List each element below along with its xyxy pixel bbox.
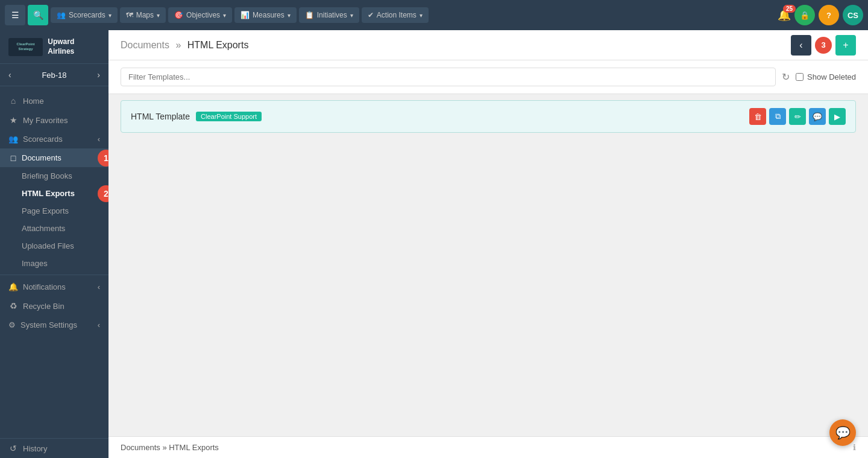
- template-tag: ClearPoint Support: [196, 112, 262, 121]
- chat-bubble-button[interactable]: 💬: [829, 419, 856, 446]
- sidebar-item-images[interactable]: Images: [0, 255, 108, 272]
- filter-bar: ↻ Show Deleted: [108, 60, 868, 94]
- nav-scorecards-button[interactable]: 👥 Scorecards ▾: [51, 7, 118, 23]
- template-name: HTML Template: [131, 112, 190, 121]
- images-label: Images: [22, 259, 48, 268]
- top-navigation: ☰ 🔍 👥 Scorecards ▾ 🗺 Maps ▾ 🎯 Objectives…: [0, 0, 868, 30]
- footer-breadcrumb-sep: »: [162, 443, 166, 452]
- annotation-1: 1: [98, 150, 108, 167]
- nav-right-section: 🔔 25 🔒 ? CS: [778, 5, 863, 25]
- edit-icon: ✏: [794, 112, 801, 121]
- comment-icon: 💬: [813, 112, 822, 121]
- show-deleted-label: Show Deleted: [807, 72, 856, 81]
- template-row: HTML Template ClearPoint Support 🗑 ⧉ ✏ 💬: [121, 100, 856, 133]
- show-deleted-checkbox[interactable]: [796, 73, 804, 81]
- template-list: HTML Template ClearPoint Support 🗑 ⧉ ✏ 💬: [108, 94, 868, 436]
- sidebar-item-attachments[interactable]: Attachments: [0, 220, 108, 237]
- nav-action-items-button[interactable]: ✔ Action Items ▾: [362, 7, 429, 23]
- action-items-caret-icon: ▾: [420, 12, 423, 19]
- sidebar-item-history[interactable]: ↺ History: [0, 438, 108, 458]
- sidebar-main-nav: ⌂ Home ★ My Favorites 👥 Scorecards ‹ □ D…: [0, 86, 108, 339]
- sidebar-month-nav: ‹ Feb-18 ›: [0, 64, 108, 86]
- user-avatar-teal[interactable]: CS: [843, 5, 863, 25]
- refresh-icon: ↻: [782, 72, 790, 82]
- show-deleted-wrapper: Show Deleted: [796, 72, 856, 81]
- breadcrumb: Documents » HTML Exports: [121, 40, 248, 51]
- content-area: Documents » HTML Exports ‹ 3 +: [108, 30, 868, 458]
- user-avatar-yellow[interactable]: ?: [819, 5, 839, 25]
- scorecards-caret-icon: ▾: [108, 12, 112, 19]
- user-avatar-green[interactable]: 🔒: [794, 5, 815, 25]
- delete-icon: 🗑: [754, 112, 762, 121]
- scorecards-sidebar-icon: 👥: [8, 135, 18, 144]
- initiatives-nav-icon: 📋: [305, 11, 314, 19]
- sidebar-item-scorecards[interactable]: 👥 Scorecards ‹: [0, 130, 108, 148]
- maps-nav-icon: 🗺: [126, 11, 133, 19]
- nav-measures-button[interactable]: 📊 Measures ▾: [234, 7, 297, 23]
- documents-label: Documents: [22, 153, 61, 162]
- template-copy-button[interactable]: ⧉: [769, 108, 786, 125]
- notifications-collapse-icon: ‹: [98, 282, 100, 291]
- header-actions: ‹ 3 +: [791, 35, 856, 56]
- sidebar-item-recycle-bin[interactable]: ♻ Recycle Bin: [0, 296, 108, 316]
- nav-objectives-button[interactable]: 🎯 Objectives ▾: [168, 7, 232, 23]
- footer-breadcrumb-parent: Documents: [121, 443, 160, 452]
- notifications-sidebar-icon: 🔔: [8, 282, 18, 291]
- hamburger-icon: ☰: [11, 10, 19, 20]
- template-run-button[interactable]: ▶: [829, 108, 846, 125]
- sidebar-item-favorites[interactable]: ★ My Favorites: [0, 110, 108, 130]
- prev-month-button[interactable]: ‹: [8, 70, 11, 80]
- sidebar-item-system-settings[interactable]: ⚙ System Settings ‹: [0, 316, 108, 334]
- html-exports-label: HTML Exports: [22, 189, 75, 198]
- add-button[interactable]: +: [835, 35, 856, 56]
- notifications-button[interactable]: 🔔 25: [778, 8, 791, 22]
- action-items-nav-icon: ✔: [368, 11, 374, 19]
- content-header: Documents » HTML Exports ‹ 3 +: [108, 30, 868, 60]
- search-icon: 🔍: [33, 10, 43, 20]
- measures-nav-icon: 📊: [241, 11, 250, 19]
- badge-container: 3: [815, 37, 832, 54]
- run-icon: ▶: [834, 112, 840, 121]
- page-exports-label: Page Exports: [22, 206, 69, 215]
- notification-badge: 25: [783, 5, 796, 13]
- refresh-button[interactable]: ↻: [782, 71, 790, 83]
- current-month-label: Feb-18: [42, 71, 66, 80]
- copy-icon: ⧉: [775, 112, 781, 121]
- prev-button[interactable]: ‹: [791, 35, 811, 56]
- scorecards-nav-icon: 👥: [57, 11, 66, 19]
- sidebar-item-documents[interactable]: □ Documents 1: [0, 148, 108, 167]
- sidebar-divider-1: [0, 275, 108, 275]
- nav-maps-button[interactable]: 🗺 Maps ▾: [120, 7, 166, 23]
- breadcrumb-parent: Documents: [121, 40, 169, 50]
- template-delete-button[interactable]: 🗑: [749, 108, 766, 125]
- maps-caret-icon: ▾: [157, 12, 160, 19]
- search-button[interactable]: 🔍: [28, 5, 48, 25]
- filter-templates-input[interactable]: [121, 68, 776, 86]
- template-comment-button[interactable]: 💬: [809, 108, 826, 125]
- breadcrumb-separator: »: [175, 40, 181, 50]
- history-label: History: [23, 444, 47, 453]
- sidebar-item-notifications[interactable]: 🔔 Notifications ‹: [0, 278, 108, 296]
- sidebar-item-html-exports[interactable]: HTML Exports 2: [0, 185, 108, 202]
- uploaded-files-label: Uploaded Files: [22, 241, 74, 250]
- add-icon: +: [843, 40, 848, 51]
- footer-breadcrumb: Documents » HTML Exports: [121, 443, 219, 452]
- documents-icon: □: [8, 153, 18, 163]
- sidebar-brand: ClearPointStrategy Upward Airlines: [0, 30, 108, 64]
- next-month-button[interactable]: ›: [97, 70, 100, 80]
- star-icon: ★: [8, 115, 18, 125]
- template-edit-button[interactable]: ✏: [789, 108, 806, 125]
- sidebar-item-home[interactable]: ⌂ Home: [0, 91, 108, 110]
- scorecards-collapse-icon: ‹: [98, 135, 100, 144]
- sidebar-item-uploaded-files[interactable]: Uploaded Files: [0, 237, 108, 255]
- hamburger-button[interactable]: ☰: [5, 5, 25, 25]
- sidebar-item-page-exports[interactable]: Page Exports: [0, 202, 108, 220]
- objectives-nav-icon: 🎯: [174, 11, 183, 19]
- system-settings-collapse-icon: ‹: [98, 320, 100, 329]
- nav-initiatives-button[interactable]: 📋 Initiatives ▾: [299, 7, 359, 23]
- recycle-bin-label: Recycle Bin: [23, 302, 64, 311]
- sidebar-item-briefing-books[interactable]: Briefing Books: [0, 167, 108, 185]
- home-label: Home: [23, 97, 44, 106]
- favorites-label: My Favorites: [23, 116, 68, 125]
- brand-org-name: Upward Airlines: [48, 37, 100, 56]
